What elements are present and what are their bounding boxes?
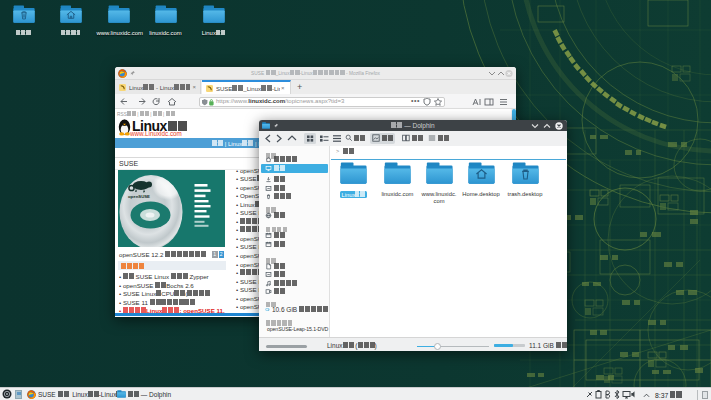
svg-text:openSUSE: openSUSE xyxy=(128,194,150,199)
